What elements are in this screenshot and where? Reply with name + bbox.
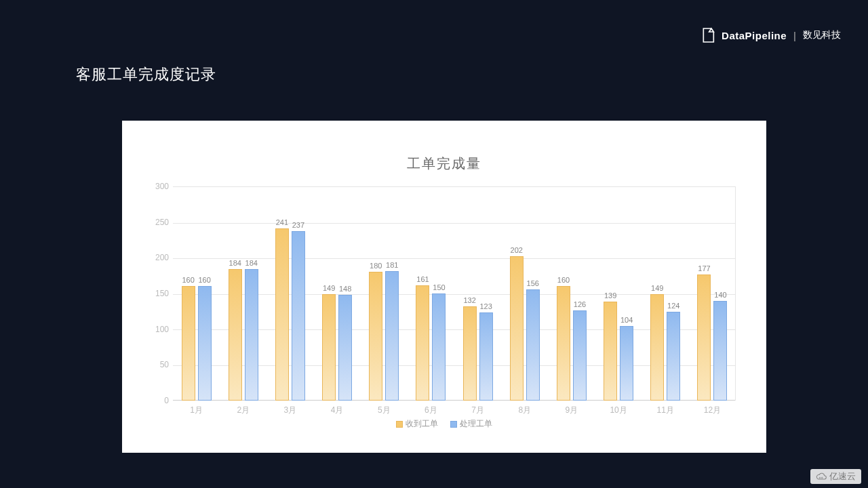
legend: 收到工单 处理工单 [146, 418, 743, 430]
watermark-text: 亿速云 [829, 470, 856, 483]
bar-value-label: 148 [339, 285, 351, 293]
legend-item-processed: 处理工单 [450, 418, 492, 430]
bar-processed: 156 [526, 289, 540, 401]
bar-value-label: 156 [527, 279, 539, 287]
bar-value-label: 241 [276, 218, 288, 226]
bar-value-label: 123 [479, 302, 492, 310]
bar-value-label: 180 [370, 262, 382, 270]
bar-processed: 237 [292, 231, 305, 401]
page-title: 客服工单完成度记录 [76, 64, 216, 85]
chart-plot: 050100150200250300 1601601月1841842月24123… [146, 182, 743, 413]
bar-received: 202 [510, 256, 524, 401]
bar-processed: 124 [667, 312, 680, 401]
x-tick-label: 2月 [237, 405, 250, 416]
bar-processed: 150 [432, 293, 446, 401]
y-tick-label: 0 [146, 396, 169, 405]
bar-group: 1611506月 [408, 186, 454, 401]
bar-value-label: 184 [229, 259, 241, 267]
y-tick-label: 50 [146, 360, 169, 369]
legend-swatch-icon [396, 421, 403, 428]
svg-point-0 [819, 477, 821, 479]
bar-processed: 184 [245, 269, 258, 401]
bar-group: 13910410月 [595, 186, 642, 401]
brand-cn-name: 数见科技 [803, 29, 841, 41]
bar-received: 160 [557, 286, 570, 401]
bar-groups: 1601601月1841842月2412373月1491484月1801815月… [173, 186, 736, 401]
bar-group: 2021568月 [501, 186, 548, 401]
bar-received: 241 [275, 228, 289, 401]
bar-group: 1841842月 [220, 186, 267, 401]
brand-name: DataPipeline [722, 30, 787, 41]
bar-processed: 181 [385, 271, 399, 401]
bar-value-label: 202 [511, 246, 523, 254]
x-tick-label: 1月 [190, 405, 203, 416]
cloud-icon [816, 471, 827, 482]
y-tick-label: 200 [146, 253, 169, 262]
bar-received: 160 [182, 286, 195, 401]
bar-processed: 140 [713, 301, 727, 401]
bar-received: 161 [416, 285, 429, 401]
bar-value-label: 160 [198, 276, 210, 284]
bar-value-label: 126 [574, 300, 586, 308]
bar-value-label: 140 [714, 291, 726, 299]
x-tick-label: 8月 [518, 405, 531, 416]
x-tick-label: 3月 [284, 405, 297, 416]
bar-value-label: 181 [386, 261, 398, 269]
y-tick-label: 300 [146, 182, 169, 191]
bar-processed: 104 [620, 326, 633, 401]
chart-title: 工单完成量 [146, 155, 743, 173]
brand-separator: | [793, 30, 796, 41]
legend-item-received: 收到工单 [396, 418, 438, 430]
bar-value-label: 184 [245, 259, 258, 267]
x-tick-label: 11月 [657, 405, 674, 416]
bar-processed: 160 [198, 286, 212, 401]
bar-group: 2412373月 [267, 186, 313, 401]
x-tick-label: 4月 [331, 405, 344, 416]
bar-received: 180 [369, 272, 382, 401]
bar-value-label: 160 [182, 276, 194, 284]
x-tick-label: 5月 [378, 405, 391, 416]
bar-group: 1801815月 [361, 186, 408, 401]
bar-group: 14912411月 [642, 186, 689, 401]
y-tick-label: 250 [146, 218, 169, 227]
bar-received: 177 [697, 274, 711, 401]
bar-value-label: 132 [463, 296, 475, 304]
bar-processed: 123 [479, 312, 493, 401]
x-tick-label: 6月 [425, 405, 437, 416]
bar-value-label: 149 [651, 284, 663, 292]
bar-received: 139 [604, 302, 617, 401]
chart-card: 工单完成量 050100150200250300 1601601月1841842… [122, 121, 766, 453]
x-tick-label: 12月 [704, 405, 721, 416]
bar-group: 1491484月 [314, 186, 361, 401]
y-tick-label: 100 [146, 325, 169, 334]
x-tick-label: 7月 [471, 405, 484, 416]
bar-value-label: 160 [557, 276, 570, 284]
bar-group: 1601601月 [173, 186, 220, 401]
bar-value-label: 150 [433, 283, 445, 291]
svg-point-1 [821, 477, 823, 479]
bar-received: 184 [229, 269, 242, 401]
brand-block: DataPipeline | 数见科技 [701, 27, 841, 43]
bar-value-label: 124 [667, 302, 679, 310]
watermark: 亿速云 [810, 469, 861, 484]
bar-value-label: 104 [620, 316, 633, 324]
bar-value-label: 161 [416, 275, 429, 283]
bar-value-label: 237 [292, 221, 304, 229]
bar-processed: 148 [338, 295, 352, 401]
bar-group: 1321237月 [454, 186, 501, 401]
legend-swatch-icon [450, 421, 457, 428]
legend-label: 收到工单 [406, 418, 438, 430]
bar-group: 17714012月 [689, 186, 736, 401]
bar-received: 149 [322, 294, 336, 401]
brand-logo-icon [701, 27, 715, 43]
bar-received: 149 [650, 294, 664, 401]
bar-value-label: 149 [323, 284, 335, 292]
bar-group: 1601269月 [548, 186, 595, 401]
bar-processed: 126 [573, 310, 587, 401]
x-tick-label: 10月 [610, 405, 627, 416]
x-tick-label: 9月 [566, 405, 578, 416]
bar-value-label: 177 [698, 264, 710, 272]
legend-label: 处理工单 [460, 418, 492, 430]
bar-value-label: 139 [604, 291, 616, 300]
y-tick-label: 150 [146, 289, 169, 298]
